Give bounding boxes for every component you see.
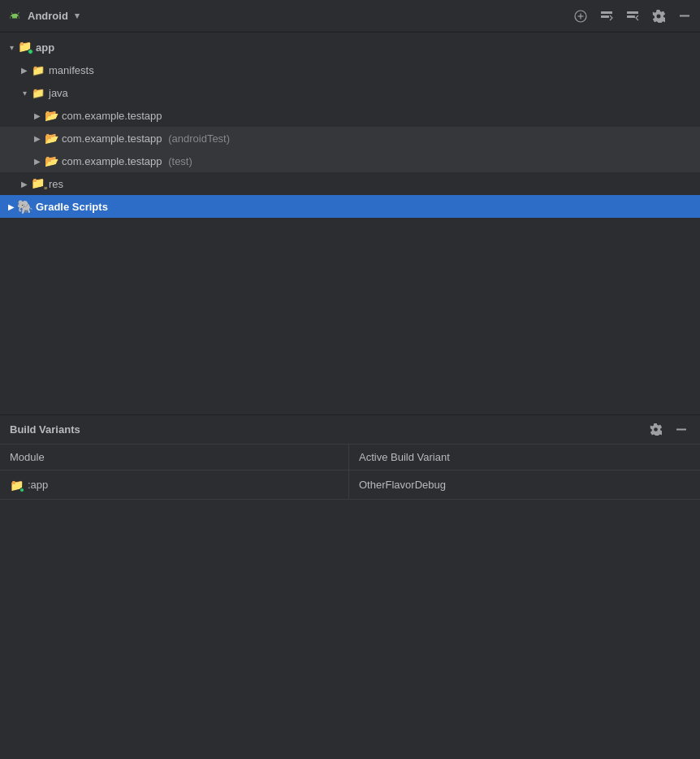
folder-icon-manifests: 📁 <box>31 63 45 77</box>
toggle-res[interactable]: ▶ <box>18 180 31 189</box>
file-tree-panel: Android ▾ <box>0 0 700 414</box>
toggle-app[interactable]: ▾ <box>5 43 18 52</box>
settings-button[interactable] <box>650 7 668 25</box>
tree-label-manifests: manifests <box>49 64 94 76</box>
app-folder-icon: 📁 <box>18 40 32 54</box>
add-button[interactable] <box>572 7 590 25</box>
build-variants-title: Build Variants <box>10 423 646 436</box>
svg-rect-6 <box>627 15 635 18</box>
collapse-all-button[interactable] <box>598 7 616 25</box>
build-variants-minimize-button[interactable] <box>672 421 690 439</box>
gradle-icon: 🐘 <box>18 199 32 214</box>
toolbar-title-area: Android ▾ <box>6 8 567 24</box>
module-name-app: :app <box>28 479 48 491</box>
build-variants-table: Module Active Build Variant 📁 :app Other… <box>0 445 700 500</box>
tree-item-pkg2[interactable]: ▶ 📂 com.example.testapp (androidTest) <box>0 127 700 150</box>
tree-label-pkg1: com.example.testapp <box>62 110 162 122</box>
toggle-pkg3[interactable]: ▶ <box>31 157 44 166</box>
tree-label-gradle: Gradle Scripts <box>36 201 108 213</box>
toolbar-actions <box>572 7 694 25</box>
table-header: Module Active Build Variant <box>0 445 700 471</box>
col-header-module: Module <box>0 445 349 470</box>
build-variants-settings-button[interactable] <box>646 421 664 439</box>
toggle-pkg1[interactable]: ▶ <box>31 111 44 120</box>
tree-label-java: java <box>49 87 68 99</box>
res-folder-icon: 📁 ≡ <box>31 176 45 191</box>
toggle-java[interactable]: ▾ <box>18 89 31 98</box>
tree-label-pkg2: com.example.testapp <box>62 132 162 145</box>
chevron-down-icon[interactable]: ▾ <box>75 11 80 21</box>
tree-label-res: res <box>49 178 63 190</box>
build-variants-toolbar: Build Variants <box>0 415 700 445</box>
tree-label-app: app <box>36 41 54 54</box>
tree-item-pkg1[interactable]: ▶ 📂 com.example.testapp <box>0 104 700 127</box>
tree-item-manifests[interactable]: ▶ 📁 manifests <box>0 59 700 81</box>
tree-label-pkg3: com.example.testapp <box>62 155 162 167</box>
toolbar: Android ▾ <box>0 0 700 33</box>
toolbar-title-text: Android <box>28 10 68 22</box>
tree-item-gradle[interactable]: ▶ 🐘 Gradle Scripts <box>0 195 700 218</box>
tree-item-app[interactable]: ▾ 📁 app <box>0 36 700 59</box>
toggle-manifests[interactable]: ▶ <box>18 66 31 75</box>
row-module-app: 📁 :app <box>0 471 349 499</box>
tree-label-pkg3-suffix: (test) <box>166 155 192 167</box>
package-icon-pkg3: 📂 <box>44 154 58 168</box>
tree-item-res[interactable]: ▶ 📁 ≡ res <box>0 172 700 195</box>
build-variants-actions <box>646 421 690 439</box>
package-icon-pkg2: 📂 <box>44 131 58 145</box>
tree-item-java[interactable]: ▾ 📁 java <box>0 81 700 104</box>
folder-icon-java: 📁 <box>31 85 45 100</box>
svg-rect-3 <box>601 11 612 14</box>
tree-label-pkg2-suffix: (androidTest) <box>166 132 230 145</box>
col-header-variant: Active Build Variant <box>349 445 700 470</box>
build-variants-panel: Build Variants Module Active Build Varia… <box>0 415 700 500</box>
tree-item-pkg3[interactable]: ▶ 📂 com.example.testapp (test) <box>0 150 700 172</box>
toggle-pkg2[interactable]: ▶ <box>31 134 44 143</box>
android-icon <box>6 8 23 24</box>
variant-value-app: OtherFlavorDebug <box>359 479 446 491</box>
svg-rect-5 <box>627 11 638 14</box>
minimize-button[interactable] <box>676 7 694 25</box>
package-icon-pkg1: 📂 <box>44 108 58 123</box>
svg-rect-4 <box>601 15 609 18</box>
svg-rect-7 <box>680 15 689 17</box>
table-row[interactable]: 📁 :app OtherFlavorDebug <box>0 471 700 500</box>
row-variant-app[interactable]: OtherFlavorDebug <box>349 471 700 499</box>
expand-all-button[interactable] <box>624 7 642 25</box>
svg-rect-8 <box>676 429 686 431</box>
toggle-gradle[interactable]: ▶ <box>5 202 18 211</box>
file-tree: ▾ 📁 app ▶ 📁 manifests ▾ 📁 java ▶ 📂 com.e… <box>0 33 700 414</box>
module-folder-icon: 📁 <box>10 479 23 492</box>
